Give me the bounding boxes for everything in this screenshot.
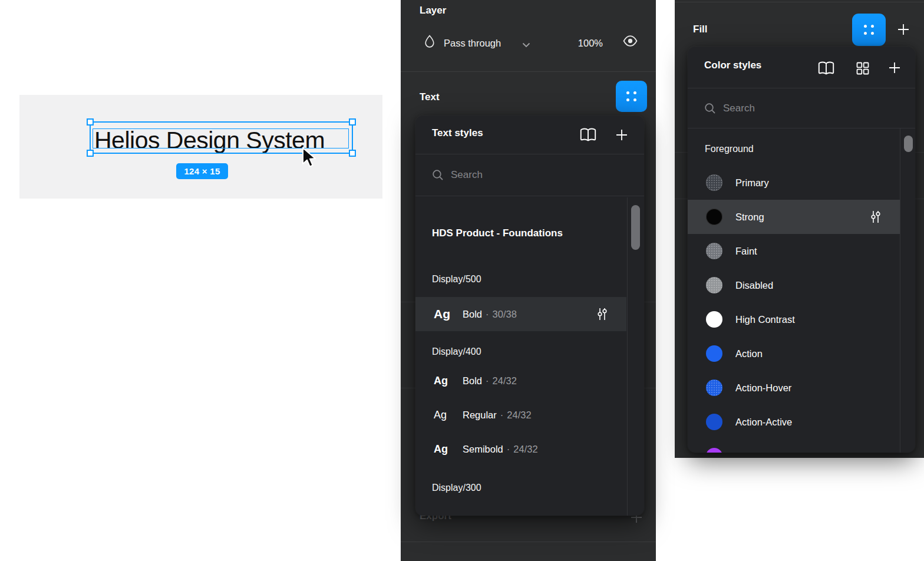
text-styles-search <box>415 154 644 196</box>
search-input[interactable] <box>723 88 870 128</box>
color-style-action-active[interactable]: Action-Active <box>688 405 900 439</box>
divider <box>675 2 924 2</box>
grid-view-icon[interactable] <box>856 61 870 75</box>
four-dots-icon <box>626 91 636 101</box>
edit-style-sliders-icon[interactable] <box>869 210 882 224</box>
opacity-input[interactable]: 100% <box>572 38 603 49</box>
color-style-strong[interactable]: Strong <box>688 200 900 234</box>
edit-style-sliders-icon[interactable] <box>596 307 609 321</box>
scrollbar-track <box>627 197 628 516</box>
color-styles-header: Color styles <box>688 47 915 88</box>
style-preview: Ag <box>434 307 463 321</box>
chevron-down-icon[interactable] <box>522 42 530 48</box>
text-styles-dropdown: Text styles HDS Product - Foundations Di… <box>415 116 644 516</box>
library-book-icon[interactable] <box>817 61 835 76</box>
style-size: 24/32 <box>513 444 537 455</box>
color-swatch <box>706 311 722 328</box>
color-group-label: Foreground <box>688 137 915 161</box>
search-input[interactable] <box>451 154 598 196</box>
style-preview: Ag <box>434 443 463 456</box>
text-styles-header: Text styles <box>415 116 644 154</box>
color-name: Highlight <box>735 451 773 453</box>
color-swatch <box>706 448 722 453</box>
scrollbar-thumb[interactable] <box>904 136 913 152</box>
mouse-cursor-icon <box>301 147 317 169</box>
text-style-option-semibold-24[interactable]: Ag Semibold · 24/32 <box>415 432 626 466</box>
color-swatch <box>706 414 722 430</box>
style-size: 24/32 <box>493 375 517 387</box>
color-style-primary[interactable]: Primary <box>688 166 900 200</box>
color-name: Disabled <box>735 280 773 291</box>
add-style-icon[interactable] <box>887 61 902 75</box>
color-name: Strong <box>735 212 764 223</box>
library-name: HDS Product - Foundations <box>415 220 644 246</box>
color-name: Primary <box>735 177 769 189</box>
color-swatch <box>706 277 722 293</box>
color-style-faint[interactable]: Faint <box>688 234 900 268</box>
color-style-high-contrast[interactable]: High Contrast <box>688 302 900 336</box>
color-styles-dropdown: Color styles Foreground <box>688 47 915 453</box>
style-group-label: Display/400 <box>415 340 644 364</box>
library-book-icon[interactable] <box>579 127 597 143</box>
color-style-disabled[interactable]: Disabled <box>688 268 900 302</box>
style-size: 24/32 <box>507 410 531 421</box>
search-icon <box>432 169 444 181</box>
scrollbar-thumb[interactable] <box>631 205 640 250</box>
add-fill-icon[interactable] <box>896 22 910 37</box>
style-group-label: Display/500 <box>415 268 644 291</box>
style-group-label: Display/300 <box>415 476 644 500</box>
scrollbar-track <box>900 128 900 453</box>
selection-handle-bottom-left[interactable] <box>87 150 94 157</box>
style-size: 30/38 <box>493 309 517 320</box>
color-swatch <box>706 345 722 362</box>
text-style-option-regular-24[interactable]: Ag Regular · 24/32 <box>415 398 626 432</box>
color-name: High Contrast <box>735 314 795 325</box>
layer-section-title: Layer <box>420 5 446 16</box>
color-swatch <box>706 209 722 225</box>
color-style-action[interactable]: Action <box>688 336 900 371</box>
search-icon <box>704 103 716 114</box>
divider <box>401 71 656 72</box>
dimension-badge: 124 × 15 <box>176 163 228 179</box>
separator: · <box>507 444 510 455</box>
style-preview: Ag <box>434 375 463 387</box>
style-name: Bold <box>463 375 482 387</box>
style-preview: Ag <box>434 409 463 421</box>
text-style-option-bold-30[interactable]: Ag Bold · 30/38 <box>415 297 626 331</box>
color-styles-search <box>688 88 915 128</box>
figma-ui: Helios Design System 124 × 15 Layer Pass… <box>0 0 924 561</box>
divider <box>401 542 656 542</box>
text-style-option-bold-24[interactable]: Ag Bold · 24/32 <box>415 364 626 398</box>
color-name: Faint <box>735 246 757 257</box>
selection-handle-top-left[interactable] <box>87 118 94 126</box>
separator: · <box>500 410 504 421</box>
color-style-list: Primary Strong Faint Disabled <box>688 166 915 453</box>
canvas[interactable]: Helios Design System 124 × 15 <box>19 95 382 199</box>
text-section-title: Text <box>420 91 440 103</box>
style-name: Semibold <box>463 444 503 455</box>
selection-handle-top-right[interactable] <box>349 118 356 126</box>
separator: · <box>486 375 489 387</box>
visibility-eye-icon[interactable] <box>623 34 638 48</box>
separator: · <box>486 309 489 320</box>
color-name: Action <box>735 348 763 359</box>
fill-section-title: Fill <box>693 24 708 35</box>
blend-mode-select[interactable]: Pass through <box>444 38 501 49</box>
color-name: Action-Active <box>735 417 792 428</box>
color-name: Action-Hover <box>735 382 791 394</box>
four-dots-icon <box>864 25 874 35</box>
blend-mode-row: Pass through 100% <box>401 31 656 59</box>
blend-droplet-icon <box>423 34 437 50</box>
color-style-action-hover[interactable]: Action-Hover <box>688 371 900 405</box>
color-swatch <box>706 243 722 259</box>
style-name: Bold <box>463 309 482 320</box>
text-styles-toggle-button[interactable] <box>616 81 647 112</box>
color-styles-toggle-button[interactable] <box>852 14 886 46</box>
color-styles-title: Color styles <box>704 60 761 71</box>
text-styles-title: Text styles <box>432 127 483 139</box>
selection-handle-bottom-right[interactable] <box>349 150 356 157</box>
add-style-icon[interactable] <box>615 128 629 142</box>
color-swatch <box>706 174 722 191</box>
color-style-highlight[interactable]: Highlight <box>688 439 900 453</box>
style-name: Regular <box>463 410 497 421</box>
